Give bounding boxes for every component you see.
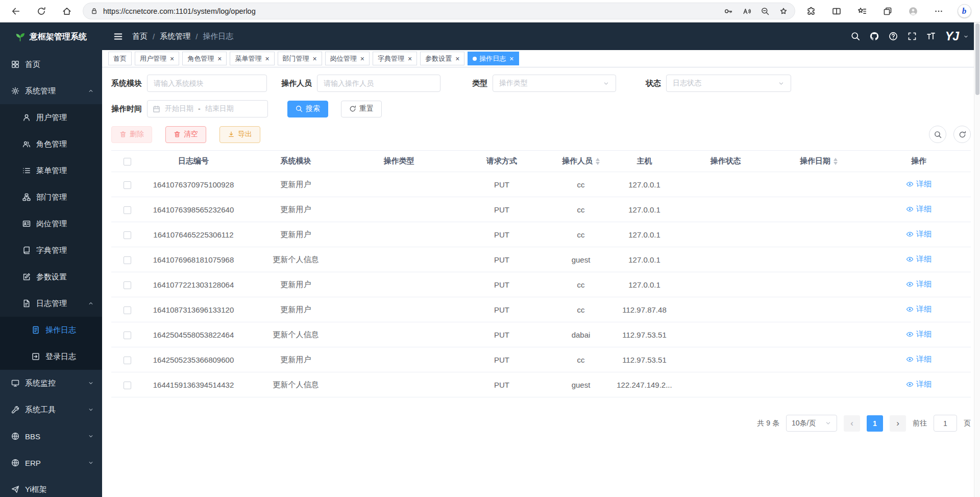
- sidebar-item-yi-framework[interactable]: Yi框架: [0, 476, 102, 497]
- tab-user-management[interactable]: 用户管理×: [135, 52, 179, 65]
- detail-link[interactable]: 详细: [906, 329, 932, 339]
- chevron-down-icon[interactable]: [963, 34, 969, 39]
- delete-button[interactable]: 删除: [111, 126, 152, 143]
- sidebar-item-user-management[interactable]: 用户管理: [0, 104, 102, 131]
- sort-icon[interactable]: [596, 156, 600, 167]
- search-button[interactable]: 搜索: [287, 101, 328, 117]
- user-logo[interactable]: YJ: [945, 31, 959, 42]
- close-icon[interactable]: ×: [360, 55, 364, 62]
- zoom-out-icon[interactable]: [761, 7, 769, 15]
- sidebar-item-dictionary-management[interactable]: 字典管理: [0, 237, 102, 264]
- fullscreen-icon[interactable]: [908, 32, 917, 41]
- close-icon[interactable]: ×: [217, 55, 222, 62]
- row-checkbox[interactable]: [124, 357, 131, 364]
- address-bar[interactable]: https://ccnetcore.com:1101/system/log/op…: [83, 3, 795, 19]
- date-range-picker[interactable]: 开始日期 - 结束日期: [147, 100, 268, 117]
- tab-role-management[interactable]: 角色管理×: [182, 52, 227, 65]
- tab-department-management[interactable]: 部门管理×: [278, 52, 322, 65]
- collections-button[interactable]: [877, 2, 898, 20]
- column-header-operate-date[interactable]: 操作日期: [771, 151, 867, 172]
- sidebar-item-parameter-settings[interactable]: 参数设置: [0, 264, 102, 290]
- operator-input[interactable]: [317, 75, 440, 92]
- sidebar-item-operation-log[interactable]: 操作日志: [0, 317, 102, 343]
- sidebar-item-home[interactable]: 首页: [0, 51, 102, 78]
- sidebar-item-menu-management[interactable]: 菜单管理: [0, 157, 102, 184]
- row-checkbox[interactable]: [124, 332, 131, 339]
- row-checkbox[interactable]: [124, 231, 131, 239]
- detail-link[interactable]: 详细: [906, 279, 932, 289]
- read-aloud-icon[interactable]: [743, 7, 751, 15]
- sidebar-item-system-monitoring[interactable]: 系统监控: [0, 370, 102, 396]
- password-key-icon[interactable]: [724, 7, 732, 15]
- sidebar-item-erp[interactable]: ERP: [0, 449, 102, 476]
- sidebar-item-system-tools[interactable]: 系统工具: [0, 396, 102, 423]
- detail-link[interactable]: 详细: [906, 254, 932, 264]
- search-icon[interactable]: [851, 32, 860, 41]
- back-button[interactable]: [5, 2, 27, 20]
- close-icon[interactable]: ×: [265, 55, 269, 62]
- sidebar-item-bbs[interactable]: BBS: [0, 423, 102, 449]
- page-scrollbar[interactable]: [974, 22, 980, 497]
- tab-post-management[interactable]: 岗位管理×: [325, 52, 370, 65]
- detail-link[interactable]: 详细: [906, 380, 932, 389]
- settings-more-button[interactable]: [928, 2, 949, 20]
- close-icon[interactable]: ×: [408, 55, 412, 62]
- split-screen-button[interactable]: [826, 2, 847, 20]
- close-icon[interactable]: ×: [455, 55, 459, 62]
- collapse-sidebar-button[interactable]: [113, 32, 123, 41]
- close-icon[interactable]: ×: [313, 55, 317, 62]
- row-checkbox[interactable]: [124, 306, 131, 314]
- reset-button[interactable]: 重置: [341, 101, 382, 117]
- tab-dictionary-management[interactable]: 字典管理×: [373, 52, 417, 65]
- tab-menu-management[interactable]: 菜单管理×: [230, 52, 274, 65]
- sidebar-item-post-management[interactable]: 岗位管理: [0, 210, 102, 237]
- next-page-button[interactable]: ›: [890, 415, 906, 432]
- close-icon[interactable]: ×: [509, 55, 513, 62]
- row-checkbox[interactable]: [124, 281, 131, 289]
- sidebar-item-log-management[interactable]: 日志管理: [0, 290, 102, 317]
- page-number-button[interactable]: 1: [867, 415, 883, 432]
- breadcrumb-item[interactable]: 系统管理: [160, 32, 190, 41]
- sidebar-item-system-management[interactable]: 系统管理: [0, 78, 102, 104]
- export-button[interactable]: 导出: [219, 126, 260, 143]
- font-size-icon[interactable]: [926, 32, 936, 41]
- goto-page-input[interactable]: [934, 415, 957, 432]
- scrollbar-thumb[interactable]: [975, 23, 979, 95]
- clear-button[interactable]: 清空: [165, 126, 206, 143]
- url-text[interactable]: https://ccnetcore.com:1101/system/log/op…: [103, 7, 719, 15]
- detail-link[interactable]: 详细: [906, 304, 932, 314]
- module-input[interactable]: [147, 75, 267, 92]
- sidebar-item-department-management[interactable]: 部门管理: [0, 184, 102, 210]
- sort-icon[interactable]: [834, 156, 838, 167]
- help-icon[interactable]: [889, 32, 898, 41]
- sidebar-item-role-management[interactable]: 角色管理: [0, 131, 102, 157]
- profile-button[interactable]: [902, 2, 924, 20]
- tab-parameter-settings[interactable]: 参数设置×: [420, 52, 464, 65]
- detail-link[interactable]: 详细: [906, 179, 932, 189]
- favorites-button[interactable]: [851, 2, 873, 20]
- extensions-button[interactable]: [800, 2, 822, 20]
- row-checkbox[interactable]: [124, 256, 131, 264]
- github-icon[interactable]: [870, 32, 879, 41]
- status-select[interactable]: 日志状态: [666, 75, 791, 92]
- row-checkbox[interactable]: [124, 206, 131, 214]
- detail-link[interactable]: 详细: [906, 229, 932, 239]
- column-header-operator[interactable]: 操作人员: [553, 151, 608, 172]
- toggle-search-button[interactable]: [929, 126, 946, 143]
- row-checkbox[interactable]: [124, 181, 131, 189]
- home-button[interactable]: [56, 2, 78, 20]
- tab-operation-log[interactable]: 操作日志×: [468, 52, 519, 65]
- detail-link[interactable]: 详细: [906, 204, 932, 214]
- sidebar-item-login-log[interactable]: 登录日志: [0, 343, 102, 370]
- refresh-table-button[interactable]: [953, 126, 971, 143]
- prev-page-button[interactable]: ‹: [844, 415, 860, 432]
- select-all-checkbox[interactable]: [124, 158, 131, 165]
- breadcrumb-item[interactable]: 首页: [132, 32, 148, 41]
- page-size-select[interactable]: 10条/页: [786, 415, 837, 432]
- detail-link[interactable]: 详细: [906, 354, 932, 364]
- bing-button[interactable]: b: [953, 2, 975, 20]
- row-checkbox[interactable]: [124, 382, 131, 389]
- refresh-button[interactable]: [31, 2, 52, 20]
- close-icon[interactable]: ×: [170, 55, 174, 62]
- add-favorite-icon[interactable]: [779, 7, 788, 15]
